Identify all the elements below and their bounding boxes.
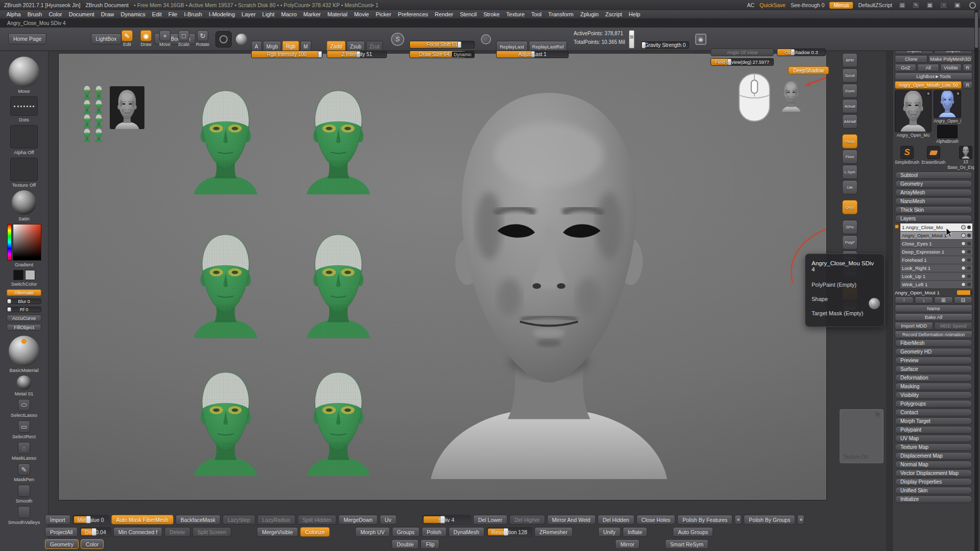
layer-duplicate-button[interactable]: ⊞ (934, 296, 953, 304)
bottom-bar-button[interactable]: ZRemesher (534, 527, 573, 537)
active-tool-r-button[interactable]: R (963, 81, 972, 89)
record-deformation-button[interactable]: Record Deformation Animation (895, 331, 972, 338)
edit-mode-button[interactable]: ✎ Edit (118, 30, 136, 47)
bottom-bar-button[interactable]: Mirror And Weld (547, 515, 596, 524)
layer-record-icon[interactable] (967, 242, 971, 245)
tool-section-header[interactable]: UV Map (895, 435, 972, 442)
quicksave-button[interactable]: QuickSave (760, 2, 786, 8)
context-menu-item[interactable]: PolyPaint (Empty) (805, 278, 884, 292)
bottom-bar-button[interactable]: Split Screen (192, 527, 232, 537)
tool-section-header[interactable]: FiberMesh (895, 339, 972, 347)
see-through-slider[interactable]: See-through 0 (791, 2, 825, 8)
layer-visibility-icon[interactable] (961, 241, 966, 246)
menu-item[interactable]: Draw (97, 10, 117, 19)
layer-visibility-icon[interactable] (961, 282, 966, 287)
tool-section-header[interactable]: Masking (895, 383, 972, 390)
menus-button[interactable]: Menus (829, 2, 853, 9)
tool-section-header[interactable]: ArrayMesh (895, 189, 972, 196)
right-strip-button[interactable]: PolyF (842, 235, 857, 249)
right-strip-button[interactable]: SPix (842, 220, 857, 234)
right-strip-button[interactable]: Lite (842, 180, 857, 194)
right-strip-button[interactable]: Qxyz (842, 200, 857, 214)
replay-circle-icon[interactable] (481, 34, 491, 44)
tool-section-header[interactable]: Texture Map (895, 443, 972, 451)
alpha-brush-thumbnail[interactable] (937, 125, 958, 138)
menu-item[interactable]: Help (625, 10, 644, 19)
bottom-bar-button[interactable]: Delete (164, 527, 190, 537)
recent-tool-thumbnail[interactable]: 9 (934, 90, 961, 118)
lightbox-button[interactable]: LightBox (91, 33, 122, 44)
stroke-dots-tool[interactable]: Dots (10, 96, 38, 122)
micro-head-thumbnail[interactable] (93, 85, 104, 99)
bake-all-button[interactable]: Bake All (895, 313, 972, 321)
scale-mode-button[interactable]: □ Scale (175, 30, 192, 47)
bottom-bar-button[interactable]: Dist 0.04 (80, 527, 111, 537)
menu-item[interactable]: Stroke (480, 10, 503, 19)
current-tool-thumbnail[interactable]: 9 (895, 90, 932, 132)
bottom-bar-button[interactable]: SDiv 4 (422, 515, 471, 524)
bottom-bar-button[interactable]: DynaMesh (449, 527, 484, 537)
lightbox-tools-button[interactable]: Lightbox►Tools (895, 72, 972, 80)
brush-smooth[interactable]: Smooth (16, 485, 33, 504)
layer-visibility-icon[interactable] (961, 258, 966, 262)
saturation-square[interactable] (13, 224, 41, 261)
menu-item[interactable]: Zplugin (577, 10, 602, 19)
alpha-selector[interactable]: Alpha Off (10, 125, 38, 155)
blur-slider[interactable]: Blur 0 (7, 298, 41, 304)
tool-section-header[interactable]: Polygroups (895, 400, 972, 408)
menu-item[interactable]: Preferences (395, 10, 431, 19)
goz-visible-button[interactable]: Visible (940, 64, 962, 71)
hue-strip[interactable] (7, 224, 12, 261)
default-zscript-button[interactable]: DefaultZScript (858, 2, 892, 8)
bottom-bar-button[interactable]: Auto Groups (673, 527, 713, 537)
green-head-thumbnail[interactable] (188, 230, 263, 338)
bottom-bar-button[interactable]: Auto Mask FiberMesh (111, 515, 174, 524)
tool-section-header[interactable]: Visibility (895, 391, 972, 399)
layer-visibility-icon[interactable] (961, 225, 966, 230)
stroke-curve-icon[interactable]: S (391, 33, 404, 46)
alternate-button[interactable]: Alternate (7, 289, 41, 296)
micro-head-thumbnail[interactable] (82, 99, 92, 113)
micro-head-thumbnail[interactable] (93, 128, 104, 142)
right-strip-button[interactable]: AAHalf (842, 114, 857, 129)
color-picker[interactable]: Gradient (7, 224, 41, 267)
palette-tab[interactable]: Geometry (45, 539, 79, 549)
tool-section-header[interactable]: Vector Displacement Map (895, 469, 972, 477)
layer-name-button[interactable]: Name (895, 305, 972, 312)
brush-mask-pen[interactable]: ✎ MaskPen (14, 463, 34, 482)
window-icon[interactable]: ▣ (953, 2, 961, 9)
layer-down-button[interactable]: ↓ (915, 296, 934, 304)
base-tool-thumbnail[interactable] (959, 146, 972, 159)
bottom-bar-button[interactable]: MergeVisible (257, 527, 298, 537)
bottom-bar-button[interactable]: Min Connected f (113, 527, 162, 537)
draw-size-slider[interactable]: Draw Size 64.88109 Dynamic (409, 51, 475, 58)
layer-delete-button[interactable]: ⊟ (954, 296, 973, 304)
menu-item[interactable]: Alpha (3, 10, 24, 19)
bottom-bar-button[interactable]: Split Hidden (298, 515, 337, 524)
import-mdd-button[interactable]: Import MDD (895, 322, 933, 330)
layer-record-icon[interactable] (967, 250, 971, 254)
tool-section-header[interactable]: Deformation (895, 374, 972, 382)
mdd-speed-button[interactable]: MDD Speed (934, 322, 972, 330)
micro-head-thumbnail[interactable] (93, 114, 104, 128)
tool-section-header[interactable]: Unified Skin (895, 487, 972, 494)
menu-item[interactable]: Picker (372, 10, 395, 19)
bottom-bar-button[interactable]: MergeDown (338, 515, 378, 524)
switch-color[interactable]: SwitchColor (11, 270, 37, 287)
bottom-bar-button[interactable]: Uv (380, 515, 397, 524)
tool-section-header[interactable]: Normal Map (895, 461, 972, 468)
layer-record-icon[interactable] (967, 283, 971, 286)
bottom-bar-button[interactable]: Mirror (615, 539, 639, 549)
grid-icon[interactable]: ▦ (926, 2, 934, 9)
z-intensity-slider[interactable]: Z Intensity 51 (327, 51, 387, 58)
tool-section-header[interactable]: Polypaint (895, 426, 972, 434)
material-satin[interactable]: Satin (12, 190, 36, 221)
brush-select-rect[interactable]: ▭ SelectRect (12, 420, 36, 439)
brush-select-lasso[interactable]: ⬭ SelectLasso (11, 399, 37, 418)
dynamic-tag[interactable]: Dynamic (452, 52, 474, 57)
menu-item[interactable]: Document (65, 10, 97, 19)
sculpt-head-model[interactable] (407, 76, 691, 479)
layer-record-icon[interactable] (967, 266, 971, 270)
menu-item[interactable]: Brush (24, 10, 45, 19)
material-preview-icon[interactable] (236, 34, 247, 45)
